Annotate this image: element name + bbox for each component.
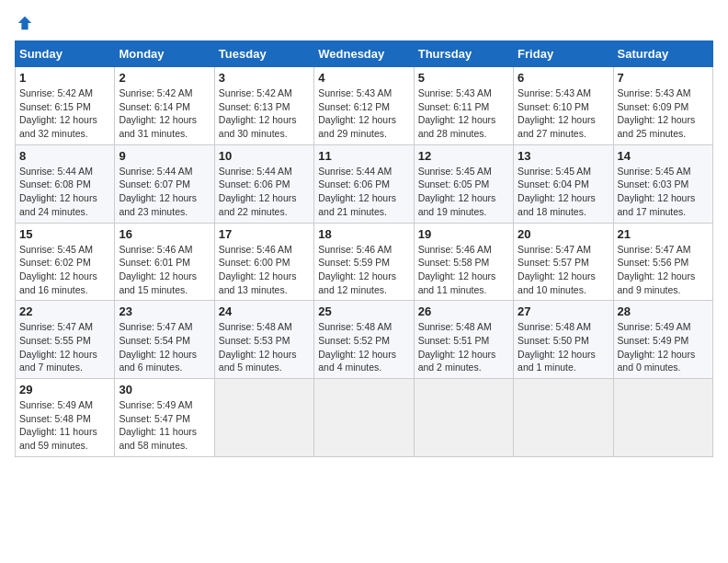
calendar-cell: 30Sunrise: 5:49 AM Sunset: 5:47 PM Dayli… (115, 379, 214, 457)
calendar-cell: 8Sunrise: 5:44 AM Sunset: 6:08 PM Daylig… (16, 144, 115, 223)
calendar-cell: 11Sunrise: 5:44 AM Sunset: 6:06 PM Dayli… (314, 144, 414, 223)
calendar-cell: 2Sunrise: 5:42 AM Sunset: 6:14 PM Daylig… (115, 67, 214, 145)
day-info: Sunrise: 5:42 AM Sunset: 6:13 PM Dayligh… (219, 86, 310, 141)
calendar-cell: 24Sunrise: 5:48 AM Sunset: 5:53 PM Dayli… (214, 301, 313, 379)
weekday-header: Thursday (414, 41, 513, 67)
day-number: 24 (219, 304, 310, 318)
day-info: Sunrise: 5:47 AM Sunset: 5:56 PM Dayligh… (618, 243, 709, 297)
day-number: 9 (119, 149, 210, 163)
calendar-cell (414, 379, 513, 457)
calendar-cell: 17Sunrise: 5:46 AM Sunset: 6:00 PM Dayli… (214, 223, 313, 301)
calendar-cell: 10Sunrise: 5:44 AM Sunset: 6:06 PM Dayli… (214, 144, 313, 223)
day-info: Sunrise: 5:43 AM Sunset: 6:10 PM Dayligh… (518, 86, 609, 141)
day-number: 8 (19, 149, 110, 163)
day-info: Sunrise: 5:48 AM Sunset: 5:52 PM Dayligh… (318, 320, 409, 374)
logo (15, 15, 33, 31)
day-number: 29 (19, 383, 110, 396)
page-header (15, 15, 713, 31)
day-number: 17 (219, 227, 310, 241)
weekday-header: Wednesday (314, 41, 414, 67)
calendar-cell: 16Sunrise: 5:46 AM Sunset: 6:01 PM Dayli… (115, 223, 214, 301)
day-info: Sunrise: 5:49 AM Sunset: 5:48 PM Dayligh… (19, 398, 110, 453)
calendar-cell (214, 379, 313, 457)
day-number: 12 (418, 149, 509, 163)
calendar-cell: 22Sunrise: 5:47 AM Sunset: 5:55 PM Dayli… (16, 301, 115, 379)
calendar-cell: 19Sunrise: 5:46 AM Sunset: 5:58 PM Dayli… (414, 223, 513, 301)
weekday-header: Monday (115, 41, 214, 67)
day-number: 13 (518, 149, 609, 163)
day-info: Sunrise: 5:43 AM Sunset: 6:09 PM Dayligh… (618, 86, 709, 141)
calendar-cell: 13Sunrise: 5:45 AM Sunset: 6:04 PM Dayli… (514, 144, 613, 223)
calendar-cell (314, 379, 414, 457)
calendar-cell: 18Sunrise: 5:46 AM Sunset: 5:59 PM Dayli… (314, 223, 414, 301)
calendar-cell: 26Sunrise: 5:48 AM Sunset: 5:51 PM Dayli… (414, 301, 513, 379)
day-info: Sunrise: 5:49 AM Sunset: 5:47 PM Dayligh… (119, 398, 210, 453)
day-info: Sunrise: 5:46 AM Sunset: 6:01 PM Dayligh… (119, 243, 210, 297)
day-info: Sunrise: 5:48 AM Sunset: 5:50 PM Dayligh… (518, 320, 609, 374)
calendar-cell (613, 379, 712, 457)
calendar-cell: 14Sunrise: 5:45 AM Sunset: 6:03 PM Dayli… (613, 144, 712, 223)
day-info: Sunrise: 5:47 AM Sunset: 5:57 PM Dayligh… (518, 243, 609, 297)
day-number: 18 (318, 227, 409, 241)
day-number: 20 (518, 227, 609, 241)
calendar-header-row: SundayMondayTuesdayWednesdayThursdayFrid… (16, 41, 713, 67)
calendar-cell: 6Sunrise: 5:43 AM Sunset: 6:10 PM Daylig… (514, 67, 613, 145)
day-info: Sunrise: 5:42 AM Sunset: 6:15 PM Dayligh… (19, 86, 110, 141)
day-info: Sunrise: 5:43 AM Sunset: 6:11 PM Dayligh… (418, 86, 509, 141)
day-number: 21 (618, 227, 709, 241)
calendar-cell: 3Sunrise: 5:42 AM Sunset: 6:13 PM Daylig… (214, 67, 313, 145)
calendar-cell: 12Sunrise: 5:45 AM Sunset: 6:05 PM Dayli… (414, 144, 513, 223)
day-info: Sunrise: 5:45 AM Sunset: 6:05 PM Dayligh… (418, 165, 509, 219)
day-number: 4 (318, 71, 409, 85)
calendar-cell: 27Sunrise: 5:48 AM Sunset: 5:50 PM Dayli… (514, 301, 613, 379)
calendar-cell: 1Sunrise: 5:42 AM Sunset: 6:15 PM Daylig… (16, 67, 115, 145)
day-info: Sunrise: 5:47 AM Sunset: 5:54 PM Dayligh… (119, 320, 210, 374)
day-info: Sunrise: 5:49 AM Sunset: 5:49 PM Dayligh… (618, 320, 709, 374)
day-info: Sunrise: 5:45 AM Sunset: 6:03 PM Dayligh… (618, 165, 709, 219)
calendar-cell: 23Sunrise: 5:47 AM Sunset: 5:54 PM Dayli… (115, 301, 214, 379)
day-info: Sunrise: 5:46 AM Sunset: 5:59 PM Dayligh… (318, 243, 409, 297)
day-number: 30 (119, 383, 210, 396)
weekday-header: Friday (514, 41, 613, 67)
day-number: 19 (418, 227, 509, 241)
weekday-header: Saturday (613, 41, 712, 67)
calendar-cell: 15Sunrise: 5:45 AM Sunset: 6:02 PM Dayli… (16, 223, 115, 301)
calendar-cell (514, 379, 613, 457)
day-number: 10 (219, 149, 310, 163)
day-number: 15 (19, 227, 110, 241)
day-info: Sunrise: 5:44 AM Sunset: 6:07 PM Dayligh… (119, 165, 210, 219)
day-number: 11 (318, 149, 409, 163)
day-info: Sunrise: 5:44 AM Sunset: 6:06 PM Dayligh… (219, 165, 310, 219)
calendar-table: SundayMondayTuesdayWednesdayThursdayFrid… (15, 40, 713, 457)
day-number: 22 (19, 304, 110, 318)
day-number: 26 (418, 304, 509, 318)
calendar-week-row: 15Sunrise: 5:45 AM Sunset: 6:02 PM Dayli… (16, 223, 713, 301)
day-info: Sunrise: 5:46 AM Sunset: 6:00 PM Dayligh… (219, 243, 310, 297)
calendar-cell: 4Sunrise: 5:43 AM Sunset: 6:12 PM Daylig… (314, 67, 414, 145)
day-info: Sunrise: 5:45 AM Sunset: 6:04 PM Dayligh… (518, 165, 609, 219)
day-info: Sunrise: 5:48 AM Sunset: 5:51 PM Dayligh… (418, 320, 509, 374)
day-number: 28 (618, 304, 709, 318)
day-info: Sunrise: 5:46 AM Sunset: 5:58 PM Dayligh… (418, 243, 509, 297)
day-info: Sunrise: 5:44 AM Sunset: 6:06 PM Dayligh… (318, 165, 409, 219)
calendar-cell: 20Sunrise: 5:47 AM Sunset: 5:57 PM Dayli… (514, 223, 613, 301)
day-number: 1 (19, 71, 110, 85)
day-info: Sunrise: 5:45 AM Sunset: 6:02 PM Dayligh… (19, 243, 110, 297)
calendar-cell: 28Sunrise: 5:49 AM Sunset: 5:49 PM Dayli… (613, 301, 712, 379)
day-info: Sunrise: 5:43 AM Sunset: 6:12 PM Dayligh… (318, 86, 409, 141)
calendar-week-row: 29Sunrise: 5:49 AM Sunset: 5:48 PM Dayli… (16, 379, 713, 457)
day-info: Sunrise: 5:47 AM Sunset: 5:55 PM Dayligh… (19, 320, 110, 374)
calendar-cell: 5Sunrise: 5:43 AM Sunset: 6:11 PM Daylig… (414, 67, 513, 145)
calendar-cell: 29Sunrise: 5:49 AM Sunset: 5:48 PM Dayli… (16, 379, 115, 457)
weekday-header: Tuesday (214, 41, 313, 67)
calendar-week-row: 1Sunrise: 5:42 AM Sunset: 6:15 PM Daylig… (16, 67, 713, 145)
day-info: Sunrise: 5:44 AM Sunset: 6:08 PM Dayligh… (19, 165, 110, 219)
day-number: 7 (618, 71, 709, 85)
logo-icon (17, 15, 33, 31)
calendar-cell: 21Sunrise: 5:47 AM Sunset: 5:56 PM Dayli… (613, 223, 712, 301)
calendar-cell: 7Sunrise: 5:43 AM Sunset: 6:09 PM Daylig… (613, 67, 712, 145)
day-number: 25 (318, 304, 409, 318)
day-number: 6 (518, 71, 609, 85)
day-number: 5 (418, 71, 509, 85)
day-number: 23 (119, 304, 210, 318)
